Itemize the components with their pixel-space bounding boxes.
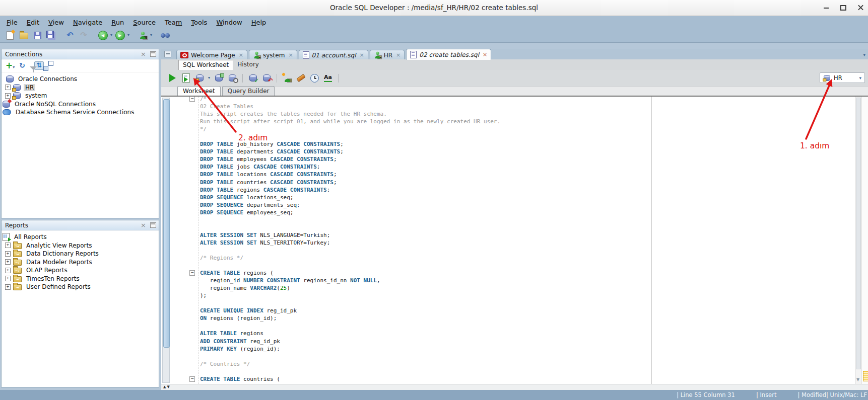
- code-text: DROP TABLE departments CASCADE CONSTRAIN…: [200, 148, 344, 155]
- tuning-advisor-icon: [229, 74, 236, 82]
- expand-icon[interactable]: +: [5, 276, 11, 281]
- panel-close-icon[interactable]: ×: [139, 222, 148, 228]
- tab-query-builder[interactable]: Query Builder: [222, 86, 275, 96]
- explain-plan-dropdown[interactable]: ▾: [208, 76, 210, 80]
- sql-worksheet-dropdown[interactable]: ▾: [150, 33, 152, 37]
- chevron-down-icon[interactable]: ▾: [859, 75, 861, 81]
- add-connection-dropdown[interactable]: ▾: [13, 65, 15, 69]
- change-marker[interactable]: [863, 371, 868, 381]
- expand-icon[interactable]: +: [5, 251, 11, 257]
- tab-close-icon[interactable]: ×: [288, 52, 293, 58]
- undo-button[interactable]: ↶: [64, 29, 76, 41]
- scrollbar-thumb[interactable]: [163, 99, 170, 348]
- expand-icon[interactable]: +: [5, 259, 11, 265]
- tab-strip-minimize-button[interactable]: [164, 51, 171, 57]
- save-icon: [34, 32, 41, 39]
- scroll-down-icon[interactable]: ▼: [856, 377, 859, 382]
- tree-item-hr[interactable]: +HR: [2, 84, 159, 92]
- menu-edit[interactable]: Edit: [22, 18, 44, 27]
- sql-file-icon: [303, 51, 309, 59]
- add-connection-button[interactable]: +▾: [6, 61, 15, 70]
- tree-item-oracle-nosql-connections[interactable]: Oracle NoSQL Connections: [2, 100, 159, 109]
- panel-close-icon[interactable]: ×: [139, 51, 148, 57]
- redo-button[interactable]: ↷: [78, 29, 90, 41]
- scroll-up-icon[interactable]: ▲: [163, 385, 166, 389]
- panel-restore-icon[interactable]: [150, 51, 156, 57]
- sql-history-button[interactable]: [309, 72, 319, 84]
- tree-item-oracle-connections[interactable]: Oracle Connections: [2, 75, 159, 84]
- refresh-button[interactable]: ↻: [19, 62, 25, 69]
- tree-item-all-reports[interactable]: All Reports: [2, 233, 159, 242]
- expand-icon[interactable]: +: [5, 243, 11, 248]
- maximize-button[interactable]: [836, 3, 850, 13]
- tab-close-icon[interactable]: ×: [483, 52, 487, 57]
- tree-item-olap-reports[interactable]: +OLAP Reports: [2, 266, 159, 275]
- forward-dropdown[interactable]: ▾: [127, 33, 129, 37]
- menu-team[interactable]: Team: [160, 18, 186, 27]
- menu-run[interactable]: Run: [107, 18, 128, 27]
- rollback-button[interactable]: ↶: [261, 72, 272, 84]
- tree-item-timesten-reports[interactable]: +TimesTen Reports: [2, 275, 159, 283]
- fold-icon[interactable]: −: [189, 97, 195, 102]
- menu-source[interactable]: Source: [128, 18, 160, 27]
- forward-button[interactable]: ▶: [114, 29, 126, 41]
- menu-view[interactable]: View: [44, 18, 69, 27]
- menu-help[interactable]: Help: [247, 18, 271, 27]
- menu-navigate[interactable]: Navigate: [69, 18, 107, 27]
- back-dropdown[interactable]: ▾: [110, 33, 112, 37]
- menu-window[interactable]: Window: [212, 18, 246, 27]
- tab-system[interactable]: system×: [249, 50, 297, 60]
- expand-icon[interactable]: +: [5, 93, 11, 99]
- menu-file[interactable]: File: [2, 18, 22, 27]
- unshared-worksheet-button[interactable]: [282, 72, 292, 84]
- tab-welcome-page[interactable]: Welcome Page×: [176, 50, 247, 60]
- save-all-button[interactable]: [45, 29, 57, 41]
- tree-item-system[interactable]: +system: [2, 92, 159, 100]
- autotrace-button[interactable]: [214, 72, 224, 84]
- sql-tuning-button[interactable]: [227, 72, 237, 84]
- save-button[interactable]: [31, 29, 43, 41]
- tab-history[interactable]: History: [233, 60, 263, 70]
- tree-label: Database Schema Service Connections: [14, 109, 136, 116]
- scroll-down-icon[interactable]: ▼: [167, 385, 169, 389]
- tree-item-user-defined-reports[interactable]: +User Defined Reports: [2, 283, 159, 291]
- minimize-button[interactable]: [819, 3, 833, 13]
- search-button[interactable]: [159, 29, 171, 41]
- menu-tools[interactable]: Tools: [186, 18, 212, 27]
- editor-right-scrollbar[interactable]: ▼: [855, 97, 861, 384]
- back-button[interactable]: ◀: [97, 29, 109, 41]
- tree-item-analytic-view-reports[interactable]: +Analytic View Reports: [2, 242, 159, 250]
- tab-sql-worksheet[interactable]: SQL Worksheet: [178, 60, 233, 70]
- text-case-button[interactable]: Aa: [323, 72, 333, 84]
- expand-icon[interactable]: +: [5, 284, 11, 290]
- tab-close-icon[interactable]: ×: [396, 52, 400, 58]
- panel-restore-icon[interactable]: [150, 222, 156, 228]
- connection-selector[interactable]: HR ▾: [820, 72, 865, 83]
- sql-worksheet-button[interactable]: [137, 29, 149, 41]
- new-file-button[interactable]: [4, 29, 16, 41]
- scrollbar-thumb[interactable]: [856, 98, 861, 369]
- fold-icon[interactable]: −: [189, 270, 195, 276]
- run-statement-button[interactable]: [167, 72, 177, 84]
- tab-close-icon[interactable]: ×: [360, 52, 364, 58]
- tab-close-icon[interactable]: ×: [239, 52, 243, 58]
- worksheet-user-icon: [374, 52, 381, 59]
- tab-hr[interactable]: HR×: [370, 50, 405, 60]
- close-button[interactable]: [853, 3, 867, 13]
- tree-item-database-schema-service-connections[interactable]: Database Schema Service Connections: [2, 108, 159, 117]
- tab-02-create-tables-sql[interactable]: 02 create tables.sql×: [406, 49, 491, 60]
- open-file-button[interactable]: [18, 29, 30, 41]
- expand-icon[interactable]: +: [5, 85, 11, 90]
- editor-left-scrollbar[interactable]: [162, 98, 170, 383]
- tab-worksheet[interactable]: Worksheet: [177, 86, 221, 96]
- tree-item-data-modeler-reports[interactable]: +Data Modeler Reports: [2, 258, 159, 267]
- tab-01-account-sql[interactable]: 01 account.sql×: [299, 50, 368, 60]
- explain-plan-button[interactable]: [194, 72, 205, 84]
- commit-button[interactable]: ✓: [248, 72, 258, 84]
- clear-worksheet-button[interactable]: [296, 72, 306, 84]
- fold-icon[interactable]: −: [189, 376, 195, 382]
- tree-item-data-dictionary-reports[interactable]: +Data Dictionary Reports: [2, 250, 159, 258]
- expand-icon[interactable]: +: [5, 268, 11, 273]
- tab-overflow-icon[interactable]: ▾: [863, 52, 865, 57]
- run-script-button[interactable]: [181, 72, 191, 84]
